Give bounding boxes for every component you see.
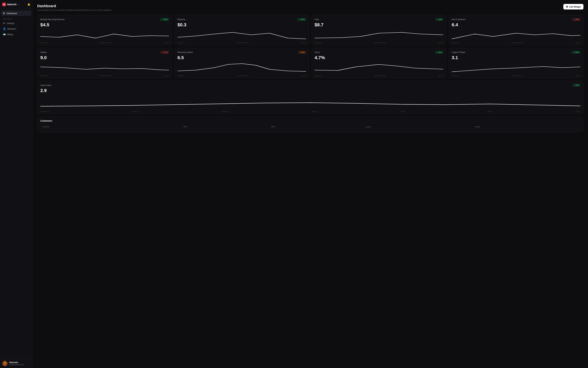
page-header: Dashboard An overview of your account's …	[37, 4, 583, 11]
add-widget-label: Add Widget	[569, 6, 581, 8]
status-badge: ↓ -4.3%	[160, 51, 169, 54]
chart-label: June 24	[164, 42, 169, 44]
card-title: Monthly Recurring Revenue	[40, 18, 65, 21]
metric-card-new-customers: New Customers ↓ -25% 6.4 January 24 Marc…	[449, 15, 584, 46]
status-badge: ↑ +30%	[572, 51, 580, 54]
status-badge: ≡ 10%	[298, 51, 306, 54]
status-badge: ↑ +9%	[436, 18, 443, 21]
card-chart: January 24 March 24 April 24 June 24	[178, 29, 306, 44]
chart-label: January 24	[178, 75, 185, 76]
card-chart: January 24 March 24 April 24 June 24	[178, 62, 306, 76]
active-users-chart	[40, 95, 580, 110]
svg-point-1	[4, 362, 6, 364]
user-name: Giancarlo	[9, 361, 24, 364]
sidebar-item-settings[interactable]: ⚙ Settings	[1, 21, 31, 26]
card-chart: January 24 March 24 April 24 June 24	[315, 62, 443, 76]
chart-label: June 24	[575, 75, 580, 76]
chart-labels-row: December 23 January 24 February 24 March…	[40, 111, 580, 112]
metrics-grid-row2: Visitors ↓ -4.3% 9.0 January 24 March 24…	[37, 48, 583, 78]
arrow-up-icon: ↑	[436, 52, 437, 53]
app-name: Makerkit	[7, 3, 17, 6]
arrow-up-icon: ↑	[437, 19, 437, 20]
chart-label: March 24 April 24	[511, 75, 523, 76]
sidebar: m Makerkit ▾ 🔔 ⊞ Dashboard SETTINGS ⚙ Se…	[0, 0, 33, 368]
metric-card-returning: Returning Visitors ≡ 10% 6.5 January 24 …	[174, 48, 309, 78]
card-value: 6.4	[452, 22, 580, 28]
sidebar-item-members[interactable]: 👤 Members	[1, 26, 31, 31]
arrow-up-icon: ↑	[574, 84, 575, 86]
metric-card-fees: Fees ↑ +9% $8.7 January 24 March 24 Apri…	[312, 15, 446, 46]
customers-title: Customers	[40, 120, 580, 122]
sidebar-item-label: Members	[7, 28, 16, 30]
chart-label: January 24	[315, 42, 322, 44]
card-value: 4.7%	[315, 55, 443, 60]
add-widget-button[interactable]: ⊕ Add Widget	[563, 4, 583, 9]
card-value: $8.7	[315, 22, 443, 28]
status-badge: ↓ -25%	[572, 18, 580, 21]
card-header: Returning Visitors ≡ 10%	[178, 51, 306, 54]
chart-label: January 24	[40, 75, 48, 76]
col-plan: Plan	[182, 124, 270, 129]
card-title: Revenue	[178, 18, 185, 21]
chart-label: June 24	[575, 42, 580, 44]
gear-icon: ⚙	[3, 22, 5, 25]
chart-label: March 24 April 24	[100, 75, 111, 76]
chart-label: January 24	[132, 111, 139, 112]
billing-icon: 🪪	[3, 33, 6, 36]
logo-icon: m	[2, 3, 6, 6]
card-title: Visitors	[40, 51, 47, 54]
card-title: Churn	[315, 51, 320, 54]
avatar	[2, 361, 8, 366]
card-header: Monthly Recurring Revenue ↑ +20%	[40, 18, 169, 21]
chart-label: January 24	[178, 42, 185, 44]
status-badge: ↑ +20%	[160, 18, 169, 21]
sidebar-header: m Makerkit ▾ 🔔	[0, 0, 33, 9]
card-title: New Customers	[452, 18, 466, 21]
card-value: 6.5	[178, 55, 306, 60]
col-status: Status	[473, 124, 580, 129]
bell-icon[interactable]: 🔔	[27, 3, 30, 6]
card-header: Churn ↑ -10%	[315, 51, 443, 54]
page-subtitle: An overview of your account's activity a…	[37, 9, 112, 11]
card-title: Support Tickets	[452, 51, 465, 54]
chart-label: June 24	[301, 42, 306, 44]
chart-label: January 24	[452, 42, 459, 44]
sidebar-item-billing[interactable]: 🪪 Billing	[1, 32, 31, 37]
metrics-grid-row1: Monthly Recurring Revenue ↑ +20% $4.5 Ja…	[37, 15, 583, 46]
active-users-card: Active Users ↑ 10% 2.9 December 23 Janua…	[37, 81, 583, 114]
chart-label: January 24	[452, 75, 459, 76]
chart-label: March 24	[312, 111, 318, 112]
dashboard-icon: ⊞	[3, 12, 5, 15]
col-mrr: MRR	[270, 124, 364, 129]
chart-label: June 24	[301, 75, 306, 76]
card-header: New Customers ↓ -25%	[452, 18, 580, 21]
user-email: test@makerkit.dev	[9, 364, 24, 366]
chart-label: March 24 April 24	[511, 42, 523, 44]
arrow-up-icon: ↑	[161, 19, 162, 20]
status-badge: ↑ -10%	[435, 51, 443, 54]
sidebar-nav: ⊞ Dashboard SETTINGS ⚙ Settings 👤 Member…	[0, 9, 33, 359]
chart-label: January 24	[315, 75, 322, 76]
app-logo[interactable]: m Makerkit ▾	[2, 3, 19, 6]
card-value: 3.1	[452, 55, 580, 60]
card-title: Returning Visitors	[178, 51, 193, 54]
page-title-block: Dashboard An overview of your account's …	[37, 4, 112, 11]
sidebar-item-label: Dashboard	[7, 12, 17, 15]
card-header: Visitors ↓ -4.3%	[40, 51, 169, 54]
user-profile[interactable]: Giancarlo test@makerkit.dev	[0, 359, 33, 368]
status-badge: ↑ 10%	[573, 84, 580, 87]
sidebar-item-dashboard[interactable]: ⊞ Dashboard	[1, 11, 31, 16]
settings-section-label: SETTINGS	[1, 16, 31, 21]
chart-label: June 24	[438, 75, 443, 76]
page-title: Dashboard	[37, 4, 112, 8]
chart-label: March 24 April 24	[374, 42, 386, 44]
col-customer: Customer	[40, 124, 182, 129]
card-chart: January 24 March 24 April 24 June 24	[315, 29, 443, 44]
wide-card-title-block: Active Users	[40, 84, 51, 86]
main-content: Dashboard An overview of your account's …	[33, 0, 588, 368]
chart-label: March 24 April 24	[374, 75, 386, 76]
customers-table: Customer Plan MRR Logins Status	[40, 124, 580, 129]
metric-card-support: Support Tickets ↑ +30% 3.1 January 24 Ma…	[449, 48, 584, 78]
chart-label: March 24 April 24	[237, 42, 249, 44]
card-value: $0.3	[178, 22, 306, 28]
